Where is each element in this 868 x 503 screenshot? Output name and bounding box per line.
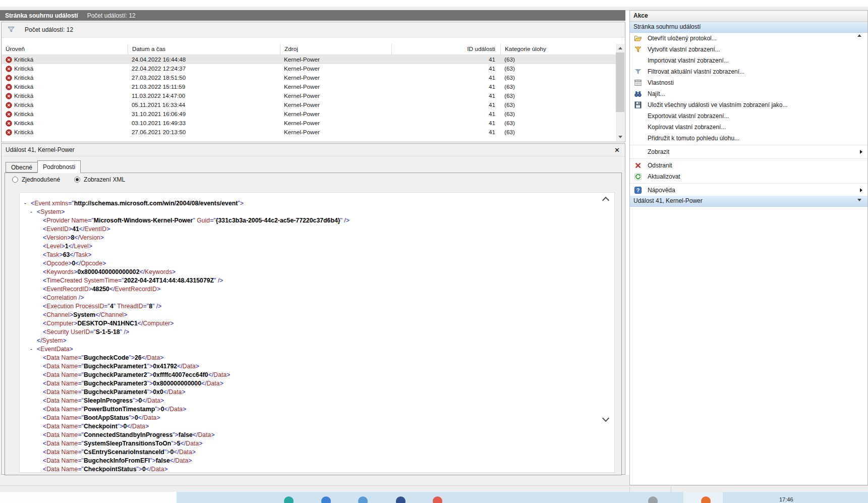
event-id-cell: 41 [391, 100, 500, 109]
blank-icon [634, 148, 642, 156]
action-item[interactable]: Filtrovat aktuální vlastní zobrazení... [630, 66, 867, 77]
detail-header: Událost 41, Kernel-Power ✕ [2, 144, 625, 156]
action-item[interactable]: Aktualizovat [630, 171, 867, 182]
column-header-level[interactable]: Úroveň [2, 44, 128, 54]
radio-label: Zjednodušené [22, 176, 60, 183]
action-item[interactable]: Odstranit [630, 160, 867, 171]
action-item[interactable]: Vytvořit vlastní zobrazení... [630, 44, 867, 55]
action-item[interactable]: Kopírovat vlastní zobrazení... [630, 122, 867, 133]
xml-view-box[interactable]: -<Event xmlns="http://schemas.microsoft.… [19, 192, 615, 473]
table-row[interactable]: Kritická31.10.2021 16:06:49Kernel-Power4… [2, 109, 616, 119]
xml-line: -<Event xmlns="http://schemas.microsoft.… [20, 199, 614, 208]
critical-icon [6, 93, 12, 99]
table-row[interactable]: Kritická27.06.2021 20:13:50Kernel-Power4… [2, 128, 616, 137]
action-item[interactable]: Uložit všechny události ve vlastním zobr… [630, 99, 867, 110]
taskbar[interactable]: 17:46 [0, 492, 868, 503]
level-label: Kritická [14, 119, 33, 128]
xml-line: <Data Name="ConnectedStandbyInProgress">… [20, 431, 614, 439]
collapse-marker[interactable]: - [30, 345, 37, 354]
table-row[interactable]: Kritická24.04.2022 16:44:48Kernel-Power4… [2, 55, 616, 64]
event-id-cell: 41 [391, 91, 500, 100]
action-separator [630, 183, 867, 184]
level-label: Kritická [14, 109, 33, 119]
critical-icon [6, 57, 12, 63]
delete-icon [634, 161, 642, 170]
column-header-task-category[interactable]: Kategorie úlohy [500, 44, 616, 54]
xml-line: <Data Name="BugcheckParameter3">0x800000… [20, 379, 614, 388]
summary-title-bar: Stránka souhrnu událostí Počet událostí:… [0, 10, 625, 21]
xml-line: <Provider Name="Microsoft-Windows-Kernel… [20, 216, 614, 225]
action-item[interactable]: ?Nápověda [630, 185, 867, 196]
table-row[interactable]: Kritická11.03.2022 14:47:00Kernel-Power4… [2, 91, 616, 100]
blue-app2-icon[interactable] [358, 496, 368, 503]
event-id-cell: 41 [391, 55, 500, 64]
scroll-up-icon[interactable] [616, 44, 624, 52]
radio-icon[interactable] [74, 177, 80, 183]
red-app-icon[interactable] [433, 496, 442, 503]
action-item[interactable]: Vlastnosti [630, 77, 867, 88]
gray-tray-icon[interactable] [648, 496, 658, 503]
event-id-cell: 41 [391, 73, 500, 82]
tab-podrobnosti[interactable]: Podrobnosti [37, 160, 81, 173]
table-scrollbar[interactable] [616, 44, 624, 141]
xml-line: <Data Name="BootAppStatus">0</Data> [20, 414, 614, 422]
filter-count-label: Počet událostí: 12 [25, 26, 73, 33]
filter-bar: Počet událostí: 12 [2, 22, 625, 38]
radio-option-xml-view[interactable]: Zobrazení XML [74, 176, 125, 183]
action-item[interactable]: Exportovat vlastní zobrazení... [630, 110, 867, 122]
table-row[interactable]: Kritická21.03.2022 15:11:59Kernel-Power4… [2, 82, 616, 91]
scroll-down-icon[interactable] [616, 133, 624, 141]
blank-icon [634, 57, 642, 65]
action-item[interactable]: Přidružit k tomuto pohledu úlohu... [630, 133, 867, 144]
source-cell: Kernel-Power [280, 55, 391, 64]
teal-app-icon[interactable] [284, 496, 294, 503]
event-detail-panel: Událost 41, Kernel-Power ✕ Obecné Podrob… [1, 143, 625, 475]
expand-arrow-icon[interactable] [857, 200, 861, 210]
collapse-marker[interactable]: - [30, 208, 37, 216]
radio-option-simplified[interactable]: Zjednodušené [12, 176, 60, 183]
column-header-source[interactable]: Zdroj [280, 44, 391, 54]
action-item[interactable]: Najít... [630, 88, 867, 99]
xml-line: <Security UserID="S-1-5-18" /> [20, 328, 614, 337]
action-item-label: Otevřít uložený protokol... [648, 35, 717, 42]
taskbar-search-area[interactable] [0, 492, 177, 503]
table-header: Úroveň Datum a čas Zdroj ID události Kat… [2, 44, 616, 55]
source-cell: Kernel-Power [280, 100, 391, 109]
orange-app-icon[interactable] [701, 496, 711, 503]
table-row[interactable]: Kritická05.11.2021 16:33:44Kernel-Power4… [2, 100, 616, 109]
level-cell: Kritická [2, 100, 128, 109]
action-item[interactable]: Zobrazit [630, 146, 867, 157]
blue-app-icon[interactable] [321, 496, 331, 503]
collapse-marker[interactable]: - [24, 199, 31, 208]
tab-obecne[interactable]: Obecné [6, 162, 38, 173]
close-icon[interactable]: ✕ [614, 147, 620, 153]
blank-icon [634, 112, 642, 120]
table-row[interactable]: Kritická22.04.2022 12:24:37Kernel-Power4… [2, 64, 616, 73]
table-row[interactable]: Kritická27.03.2022 18:51:50Kernel-Power4… [2, 73, 616, 82]
section-header-event-41[interactable]: Událost 41, Kernel-Power [630, 196, 867, 207]
action-item-label: Najít... [648, 90, 665, 97]
critical-icon [6, 84, 12, 90]
xml-line: <Data Name="BugcheckParameter4">0x0</Dat… [20, 388, 614, 397]
detail-tabs: Obecné Podrobnosti [6, 156, 80, 173]
critical-icon [6, 66, 12, 72]
radio-icon[interactable] [12, 177, 18, 183]
taskbar-clock[interactable]: 17:46 [779, 496, 793, 502]
action-item[interactable]: Importovat vlastní zobrazení... [630, 55, 867, 66]
xml-line: <Data Name="Checkpoint">0</Data> [20, 422, 614, 431]
column-header-datetime[interactable]: Datum a čas [128, 44, 280, 54]
action-list: Otevřít uložený protokol...Vytvořit vlas… [630, 33, 867, 196]
action-item[interactable]: Otevřít uložený protokol... [630, 33, 867, 44]
section-header-summary-page[interactable]: Stránka souhrnu událostí [630, 22, 867, 33]
blank-icon [634, 134, 642, 142]
datetime-cell: 22.04.2022 12:24:37 [128, 64, 280, 73]
action-item-label: Uložit všechny události ve vlastním zobr… [648, 101, 787, 108]
radio-label: Zobrazení XML [84, 176, 125, 183]
save-icon [634, 101, 642, 109]
navy-app-icon[interactable] [396, 496, 406, 503]
source-cell: Kernel-Power [280, 128, 391, 137]
xml-line: <Data Name="SleepInProgress">0</Data> [20, 397, 614, 405]
table-row[interactable]: Kritická03.10.2021 16:49:33Kernel-Power4… [2, 119, 616, 128]
column-header-event-id[interactable]: ID události [391, 44, 500, 54]
scrollbar-thumb[interactable] [616, 52, 624, 112]
